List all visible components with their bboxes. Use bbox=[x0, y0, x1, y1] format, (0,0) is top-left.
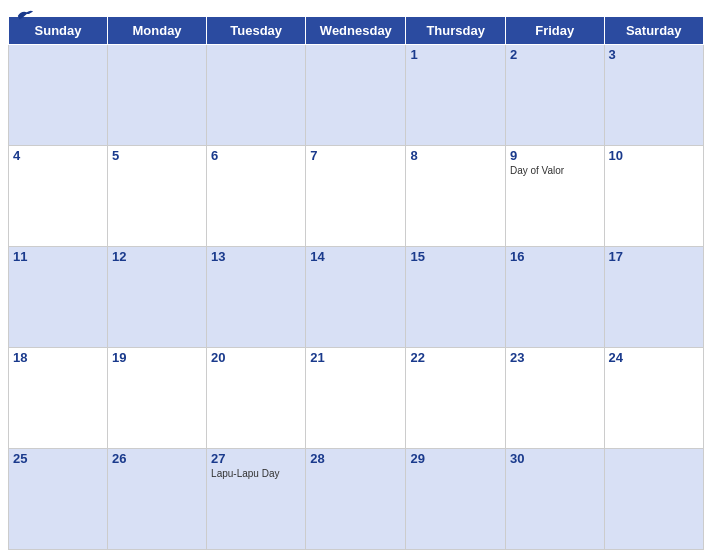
calendar-day-cell: 13 bbox=[207, 247, 306, 348]
calendar-day-cell bbox=[9, 45, 108, 146]
logo bbox=[16, 8, 36, 22]
day-number: 29 bbox=[410, 451, 501, 466]
calendar-day-cell: 7 bbox=[306, 146, 406, 247]
day-number: 8 bbox=[410, 148, 501, 163]
day-number: 25 bbox=[13, 451, 103, 466]
day-number: 1 bbox=[410, 47, 501, 62]
calendar-day-cell: 21 bbox=[306, 348, 406, 449]
calendar-day-cell bbox=[604, 449, 703, 550]
calendar-day-cell bbox=[306, 45, 406, 146]
calendar-day-cell: 6 bbox=[207, 146, 306, 247]
calendar-day-cell: 15 bbox=[406, 247, 506, 348]
day-number: 12 bbox=[112, 249, 202, 264]
calendar-day-cell: 5 bbox=[108, 146, 207, 247]
calendar-week-row: 456789Day of Valor10 bbox=[9, 146, 704, 247]
calendar-week-row: 11121314151617 bbox=[9, 247, 704, 348]
day-number: 17 bbox=[609, 249, 699, 264]
logo-bird-icon bbox=[16, 8, 34, 22]
day-number: 2 bbox=[510, 47, 600, 62]
calendar-day-cell: 26 bbox=[108, 449, 207, 550]
calendar-day-cell: 16 bbox=[505, 247, 604, 348]
calendar-day-cell: 18 bbox=[9, 348, 108, 449]
day-number: 15 bbox=[410, 249, 501, 264]
day-number: 28 bbox=[310, 451, 401, 466]
calendar-day-cell: 11 bbox=[9, 247, 108, 348]
calendar-day-cell: 4 bbox=[9, 146, 108, 247]
weekday-header-cell: Wednesday bbox=[306, 17, 406, 45]
day-number: 14 bbox=[310, 249, 401, 264]
weekday-header-cell: Tuesday bbox=[207, 17, 306, 45]
holiday-label: Day of Valor bbox=[510, 165, 600, 176]
day-number: 16 bbox=[510, 249, 600, 264]
day-number: 18 bbox=[13, 350, 103, 365]
calendar-day-cell: 14 bbox=[306, 247, 406, 348]
day-number: 6 bbox=[211, 148, 301, 163]
holiday-label: Lapu-Lapu Day bbox=[211, 468, 301, 479]
calendar-day-cell: 22 bbox=[406, 348, 506, 449]
calendar-day-cell: 23 bbox=[505, 348, 604, 449]
calendar-header bbox=[0, 0, 712, 16]
calendar-day-cell: 20 bbox=[207, 348, 306, 449]
day-number: 21 bbox=[310, 350, 401, 365]
calendar-week-row: 123 bbox=[9, 45, 704, 146]
calendar-week-row: 252627Lapu-Lapu Day282930 bbox=[9, 449, 704, 550]
day-number: 19 bbox=[112, 350, 202, 365]
calendar-table: SundayMondayTuesdayWednesdayThursdayFrid… bbox=[8, 16, 704, 550]
calendar-body: 123456789Day of Valor1011121314151617181… bbox=[9, 45, 704, 550]
logo-blue bbox=[16, 8, 36, 22]
calendar-day-cell: 10 bbox=[604, 146, 703, 247]
day-number: 30 bbox=[510, 451, 600, 466]
day-number: 10 bbox=[609, 148, 699, 163]
weekday-header-cell: Monday bbox=[108, 17, 207, 45]
calendar-day-cell: 28 bbox=[306, 449, 406, 550]
calendar-day-cell: 1 bbox=[406, 45, 506, 146]
calendar-day-cell bbox=[108, 45, 207, 146]
day-number: 3 bbox=[609, 47, 699, 62]
calendar-day-cell bbox=[207, 45, 306, 146]
calendar-day-cell: 30 bbox=[505, 449, 604, 550]
calendar-week-row: 18192021222324 bbox=[9, 348, 704, 449]
calendar-day-cell: 25 bbox=[9, 449, 108, 550]
weekday-header-cell: Saturday bbox=[604, 17, 703, 45]
weekday-header-cell: Friday bbox=[505, 17, 604, 45]
calendar-day-cell: 24 bbox=[604, 348, 703, 449]
calendar-day-cell: 29 bbox=[406, 449, 506, 550]
day-number: 20 bbox=[211, 350, 301, 365]
day-number: 13 bbox=[211, 249, 301, 264]
day-number: 11 bbox=[13, 249, 103, 264]
day-number: 7 bbox=[310, 148, 401, 163]
calendar-day-cell: 12 bbox=[108, 247, 207, 348]
calendar-day-cell: 17 bbox=[604, 247, 703, 348]
day-number: 27 bbox=[211, 451, 301, 466]
day-number: 9 bbox=[510, 148, 600, 163]
day-number: 22 bbox=[410, 350, 501, 365]
calendar-day-cell: 3 bbox=[604, 45, 703, 146]
weekday-header-cell: Thursday bbox=[406, 17, 506, 45]
day-number: 23 bbox=[510, 350, 600, 365]
day-number: 26 bbox=[112, 451, 202, 466]
calendar-day-cell: 9Day of Valor bbox=[505, 146, 604, 247]
calendar-day-cell: 8 bbox=[406, 146, 506, 247]
day-number: 24 bbox=[609, 350, 699, 365]
day-number: 5 bbox=[112, 148, 202, 163]
weekday-header-row: SundayMondayTuesdayWednesdayThursdayFrid… bbox=[9, 17, 704, 45]
calendar-day-cell: 19 bbox=[108, 348, 207, 449]
calendar-day-cell: 27Lapu-Lapu Day bbox=[207, 449, 306, 550]
day-number: 4 bbox=[13, 148, 103, 163]
calendar-day-cell: 2 bbox=[505, 45, 604, 146]
